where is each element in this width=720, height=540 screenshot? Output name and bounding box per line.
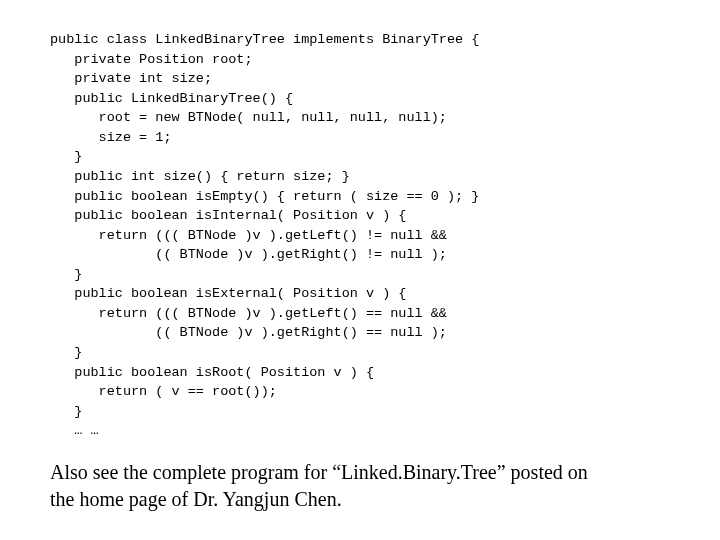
code-line: public int size() { return size; } — [50, 169, 350, 184]
code-line: return ((( BTNode )v ).getLeft() == null… — [50, 306, 447, 321]
code-line: public boolean isExternal( Position v ) … — [50, 286, 406, 301]
code-line: … … — [50, 423, 99, 438]
code-line: public LinkedBinaryTree() { — [50, 91, 293, 106]
code-line: public boolean isInternal( Position v ) … — [50, 208, 406, 223]
code-line: return ((( BTNode )v ).getLeft() != null… — [50, 228, 447, 243]
slide-page: public class LinkedBinaryTree implements… — [0, 0, 720, 540]
code-line: public class LinkedBinaryTree implements… — [50, 32, 479, 47]
code-line: return ( v == root()); — [50, 384, 277, 399]
code-line: } — [50, 345, 82, 360]
code-line: private Position root; — [50, 52, 253, 67]
code-line: public boolean isRoot( Position v ) { — [50, 365, 374, 380]
caption-text: Also see the complete program for “Linke… — [50, 459, 690, 513]
code-line: (( BTNode )v ).getRight() == null ); — [50, 325, 447, 340]
code-line: } — [50, 404, 82, 419]
code-line: root = new BTNode( null, null, null, nul… — [50, 110, 447, 125]
code-line: public boolean isEmpty() { return ( size… — [50, 189, 479, 204]
caption-line-2: the home page of Dr. Yangjun Chen. — [50, 488, 342, 510]
caption-line-1: Also see the complete program for “Linke… — [50, 461, 588, 483]
code-line: } — [50, 149, 82, 164]
code-line: (( BTNode )v ).getRight() != null ); — [50, 247, 447, 262]
code-line: } — [50, 267, 82, 282]
code-line: size = 1; — [50, 130, 172, 145]
code-block: public class LinkedBinaryTree implements… — [50, 30, 690, 441]
code-line: private int size; — [50, 71, 212, 86]
